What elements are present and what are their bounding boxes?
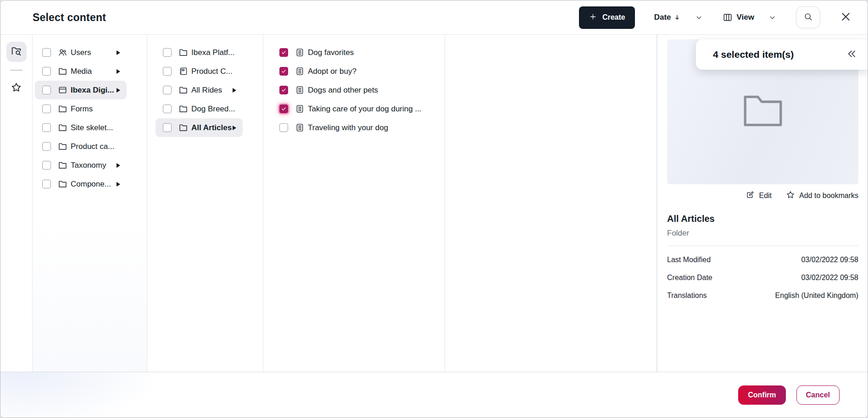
article-icon	[295, 123, 305, 132]
sidebar-item-bookmarks[interactable]	[6, 78, 27, 98]
tree-item[interactable]: Ibexa Platf...	[156, 43, 243, 62]
cancel-button[interactable]: Cancel	[796, 385, 840, 405]
sort-dropdown-label: Date	[654, 13, 671, 22]
metadata-value: English (United Kingdom)	[775, 292, 858, 300]
tree-item[interactable]: Media	[35, 62, 127, 81]
article-icon	[295, 66, 305, 76]
edit-icon	[746, 190, 755, 201]
checkbox-unchecked[interactable]	[163, 123, 172, 132]
folder-icon	[58, 66, 67, 76]
checkbox-checked[interactable]	[279, 67, 288, 76]
search-icon	[803, 12, 813, 23]
caret-right-icon[interactable]	[117, 163, 120, 168]
tree-item-label: Compone...	[71, 180, 111, 189]
sort-dropdown[interactable]: Date	[654, 13, 703, 22]
selected-items-banner: 4 selected item(s)	[696, 39, 868, 70]
tree-item[interactable]: Taking care of your dog during ...	[272, 99, 445, 118]
checkbox-checked[interactable]	[279, 48, 288, 57]
tree-item[interactable]: All Articles	[156, 118, 243, 137]
tree-item[interactable]: Forms	[35, 99, 127, 118]
checkbox-unchecked[interactable]	[163, 86, 172, 94]
caret-right-icon[interactable]	[233, 126, 236, 130]
folder-icon	[58, 104, 67, 114]
tree-item-label: Dog favorites	[308, 48, 354, 57]
tree-item-label: Product ca...	[71, 142, 114, 151]
chevron-down-icon[interactable]	[768, 13, 777, 22]
sidebar-item-browse[interactable]	[6, 42, 27, 62]
tree-item-label: Adopt or buy?	[308, 67, 356, 76]
item-title: All Articles	[667, 214, 858, 224]
item-details-panel: 4 selected item(s) Edit Add to bookmarks…	[657, 35, 868, 372]
folder-icon	[58, 160, 67, 170]
tree-item-label: Taking care of your dog during ...	[308, 104, 422, 114]
checkbox-unchecked[interactable]	[42, 123, 51, 132]
folder-icon	[58, 179, 67, 189]
caret-right-icon[interactable]	[233, 88, 236, 93]
tree-item[interactable]: Product ca...	[35, 137, 127, 156]
checkbox-unchecked[interactable]	[42, 180, 51, 188]
checkbox-unchecked[interactable]	[42, 48, 51, 57]
item-metadata: Last Modified03/02/2022 09:58Creation Da…	[667, 256, 858, 300]
plus-icon	[589, 12, 597, 23]
search-button[interactable]	[796, 6, 820, 28]
tree-item[interactable]: Compone...	[35, 175, 127, 193]
close-button[interactable]	[840, 11, 852, 24]
tree-item[interactable]: Adopt or buy?	[272, 62, 445, 81]
article-icon	[295, 85, 305, 95]
tree-item-label: Dog Breed...	[191, 104, 235, 114]
users-icon	[58, 48, 67, 57]
tree-item[interactable]: Site skelet...	[35, 118, 127, 137]
checkbox-unchecked[interactable]	[163, 48, 172, 57]
tree-item[interactable]: Product C...	[156, 62, 243, 81]
checkbox-unchecked[interactable]	[163, 104, 172, 113]
modal-footer: Confirm Cancel	[0, 372, 868, 418]
chevron-down-icon[interactable]	[695, 13, 703, 22]
arrow-down-icon	[673, 14, 681, 21]
checkbox-unchecked[interactable]	[279, 123, 288, 132]
checkbox-unchecked[interactable]	[42, 142, 51, 151]
checkbox-unchecked[interactable]	[42, 67, 51, 76]
folder-icon	[178, 123, 188, 132]
tree-item-label: Media	[71, 67, 92, 76]
tree-item-label: Taxonomy	[71, 161, 106, 170]
checkbox-unchecked[interactable]	[163, 67, 172, 76]
big-folder-icon	[740, 92, 785, 132]
tree-item[interactable]: Ibexa Digi...	[35, 81, 127, 99]
tree-item-label: Users	[71, 48, 91, 57]
tree-item[interactable]: Taxonomy	[35, 156, 127, 175]
tree-item-label: All Articles	[191, 123, 232, 132]
tree-item[interactable]: All Rides	[156, 81, 243, 99]
view-dropdown-label: View	[737, 13, 754, 22]
caret-right-icon[interactable]	[117, 50, 120, 55]
tree-item[interactable]: Users	[35, 43, 127, 62]
grid-view-icon	[723, 12, 733, 22]
star-icon	[11, 82, 22, 95]
checkbox-unchecked[interactable]	[42, 161, 51, 170]
tree-item-label: Ibexa Platf...	[191, 48, 235, 57]
collapse-panel-button[interactable]	[846, 48, 857, 61]
caret-right-icon[interactable]	[117, 182, 120, 187]
tree-item[interactable]: Traveling with your dog	[272, 118, 445, 137]
select-content-modal: Select content Create Date View	[0, 0, 868, 418]
tree-column-empty	[445, 35, 657, 372]
article-icon	[295, 104, 305, 114]
metadata-label: Last Modified	[667, 256, 711, 264]
caret-right-icon[interactable]	[117, 69, 120, 74]
tree-item-label: Ibexa Digi...	[71, 86, 114, 95]
create-button[interactable]: Create	[579, 6, 635, 29]
checkbox-checked[interactable]	[279, 86, 288, 94]
edit-button-label: Edit	[759, 192, 772, 200]
view-dropdown[interactable]: View	[723, 12, 777, 22]
checkbox-unchecked[interactable]	[42, 86, 51, 94]
checkbox-unchecked[interactable]	[42, 104, 51, 113]
add-to-bookmarks-button[interactable]: Add to bookmarks	[786, 190, 858, 201]
tree-item[interactable]: Dog favorites	[272, 43, 445, 62]
tree-item[interactable]: Dogs and other pets	[272, 81, 445, 99]
tree-item[interactable]: Dog Breed...	[156, 99, 243, 118]
confirm-button[interactable]: Confirm	[738, 385, 785, 405]
caret-right-icon[interactable]	[117, 88, 120, 93]
edit-button[interactable]: Edit	[746, 190, 772, 201]
content-tree: UsersMediaIbexa Digi...FormsSite skelet.…	[33, 35, 657, 372]
checkbox-checked[interactable]	[279, 104, 288, 113]
metadata-row: Creation Date03/02/2022 09:58	[667, 274, 858, 282]
